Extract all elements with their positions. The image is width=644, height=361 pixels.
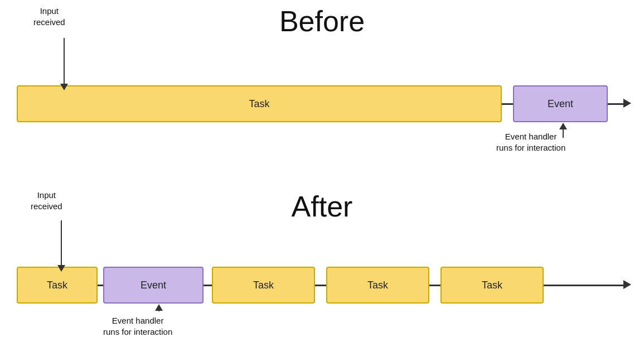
after-event-handler-label: Event handlerruns for interaction: [103, 316, 172, 336]
after-task3-box: Task: [326, 267, 429, 304]
after-task2-box: Task: [212, 267, 315, 304]
before-input-annotation: Inputreceived: [33, 6, 65, 27]
after-task1-box: Task: [17, 267, 98, 304]
before-event-handler-arrow: [559, 123, 567, 138]
after-event-handler-arrow: [155, 304, 163, 311]
after-timeline-arrow: [623, 280, 631, 289]
before-input-arrow: [60, 38, 68, 90]
after-task4-label: Task: [482, 280, 502, 291]
after-event-box: Event: [103, 267, 204, 304]
after-input-arrow: [57, 220, 65, 272]
before-event-box: Event: [513, 85, 608, 122]
after-input-annotation: Inputreceived: [31, 190, 62, 211]
after-title: After: [292, 190, 353, 223]
diagram-container: Before Task Event Inputreceived Event ha…: [0, 0, 644, 361]
after-task3-label: Task: [367, 280, 388, 291]
before-event-handler-annotation: Event handlerruns for interaction: [496, 131, 565, 153]
after-event-handler-annotation: Event handlerruns for interaction: [103, 315, 172, 337]
before-task-label: Task: [249, 98, 269, 110]
before-timeline-arrow: [623, 99, 631, 108]
after-task1-label: Task: [47, 280, 67, 291]
after-event-label: Event: [141, 280, 166, 291]
before-title: Before: [279, 4, 365, 38]
after-task2-label: Task: [253, 280, 274, 291]
after-input-label: Inputreceived: [31, 190, 62, 211]
before-input-label: Inputreceived: [33, 6, 65, 27]
after-task4-box: Task: [440, 267, 544, 304]
before-event-handler-label: Event handlerruns for interaction: [496, 132, 565, 152]
before-task-box: Task: [17, 85, 502, 122]
before-event-label: Event: [548, 98, 573, 110]
